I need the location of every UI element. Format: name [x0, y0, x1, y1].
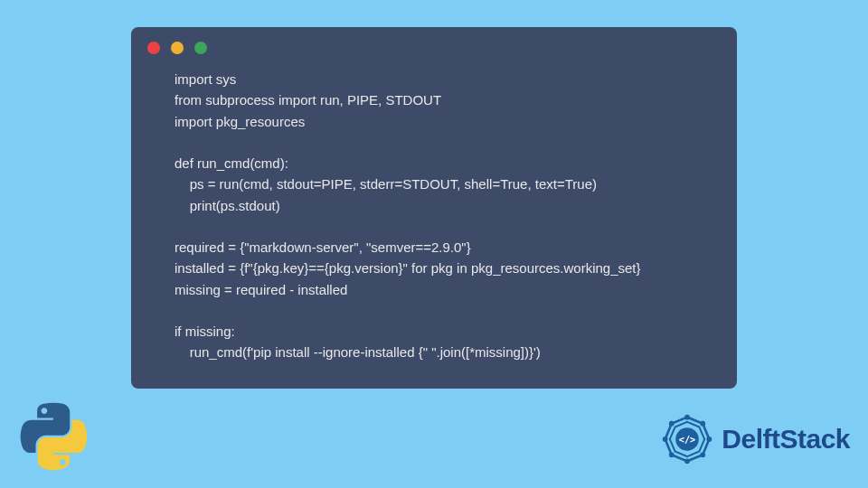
code-line: def run_cmd(cmd): — [175, 155, 288, 171]
svg-point-9 — [670, 453, 674, 456]
svg-point-11 — [670, 422, 674, 426]
window-controls — [131, 27, 737, 61]
delftstack-logo: </> DelftStack — [658, 410, 850, 468]
code-line: installed = {f"{pkg.key}=={pkg.version}"… — [175, 260, 641, 276]
svg-point-6 — [708, 437, 712, 441]
svg-point-4 — [685, 416, 689, 419]
brand-name: DelftStack — [722, 424, 850, 455]
maximize-icon — [194, 42, 207, 54]
code-line: ps = run(cmd, stdout=PIPE, stderr=STDOUT… — [175, 176, 597, 192]
svg-point-5 — [702, 422, 705, 426]
svg-text:</>: </> — [679, 434, 696, 445]
code-line: print(ps.stdout) — [175, 198, 280, 213]
code-block: import sys from subprocess import run, P… — [131, 61, 737, 371]
code-line: import pkg_resources — [175, 114, 305, 129]
delftstack-icon: </> — [658, 410, 716, 468]
code-line: import sys — [175, 71, 236, 87]
svg-point-10 — [664, 437, 667, 441]
python-logo-icon — [18, 401, 89, 472]
minimize-icon — [171, 42, 184, 54]
code-line: run_cmd(f'pip install --ignore-installed… — [175, 344, 541, 360]
svg-point-8 — [685, 459, 689, 463]
svg-point-7 — [702, 453, 705, 456]
code-line: from subprocess import run, PIPE, STDOUT — [175, 92, 441, 108]
code-line: if missing: — [175, 324, 235, 339]
close-icon — [147, 42, 160, 54]
code-line: missing = required - installed — [175, 282, 347, 297]
code-window: import sys from subprocess import run, P… — [131, 27, 737, 389]
code-line: required = {"markdown-server", "semver==… — [175, 239, 471, 255]
